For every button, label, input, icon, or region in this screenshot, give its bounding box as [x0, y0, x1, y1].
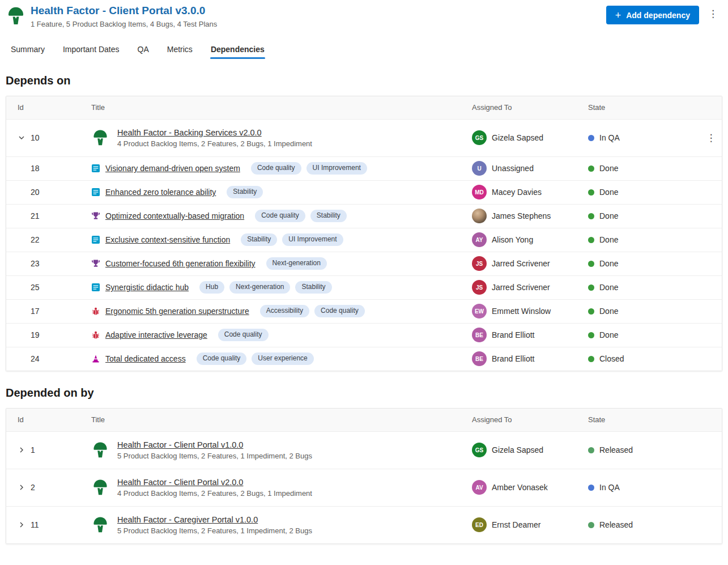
chevron-spacer	[18, 307, 25, 315]
assignee-name: Ernst Deamer	[492, 520, 540, 529]
work-item-link[interactable]: Visionary demand-driven open system	[105, 164, 240, 173]
row-id: 11	[31, 520, 39, 529]
dependency-row[interactable]: 21 Optimized contextually-based migratio…	[6, 204, 722, 228]
work-item-link[interactable]: Enhanced zero tolerance ability	[105, 188, 216, 197]
collapse-chevron-icon[interactable]	[18, 134, 25, 142]
row-actions-icon[interactable]: ⋮	[706, 133, 716, 143]
dependency-row[interactable]: 1 Health Factor - Client Portal v1.0.0 5…	[6, 431, 722, 469]
health-factor-icon	[6, 6, 26, 26]
state-dot	[588, 308, 594, 315]
work-item-summary: 4 Product Backlog Items, 2 Features, 2 B…	[117, 139, 312, 148]
assignee-name: Jarred Scrivener	[492, 283, 550, 292]
work-item-link[interactable]: Health Factor - Client Portal v2.0.0	[117, 478, 312, 487]
product-backlog-item-icon	[91, 164, 100, 173]
avatar: GS	[472, 443, 487, 457]
assignee-name: Brand Elliott	[492, 330, 534, 339]
dependency-row[interactable]: 11 Health Factor - Caregiver Portal v1.0…	[6, 506, 722, 543]
column-header-assigned-to: Assigned To	[472, 103, 588, 112]
tab-summary[interactable]: Summary	[10, 42, 45, 59]
more-actions-icon[interactable]: ⋮	[708, 9, 718, 19]
tab-bar: SummaryImportant DatesQAMetricsDependenc…	[0, 42, 728, 59]
expand-chevron-icon[interactable]	[18, 483, 25, 491]
row-id: 2	[31, 483, 35, 492]
health-factor-icon	[91, 516, 109, 534]
row-id: 24	[31, 354, 40, 363]
work-item-link[interactable]: Health Factor - Caregiver Portal v1.0.0	[117, 515, 312, 524]
work-item-summary: 5 Product Backlog Items, 2 Features, 1 I…	[117, 526, 312, 535]
work-item-header: Health Factor - Client Portal v3.0.0 1 F…	[0, 0, 728, 28]
work-item-link[interactable]: Total dedicated access	[105, 354, 186, 363]
work-item-link[interactable]: Synergistic didactic hub	[105, 283, 189, 292]
tab-important-dates[interactable]: Important Dates	[62, 42, 120, 59]
dependency-row[interactable]: 10 Health Factor - Backing Services v2.0…	[6, 119, 722, 156]
state-dot	[588, 237, 594, 243]
work-item-link[interactable]: Health Factor - Backing Services v2.0.0	[117, 128, 312, 137]
dependency-row[interactable]: 24 Total dedicated accessCode qualityUse…	[6, 347, 722, 371]
chevron-spacer	[18, 260, 25, 267]
state-dot	[588, 261, 594, 267]
tag-chip: UI Improvement	[282, 233, 343, 246]
column-header-state: State	[588, 415, 700, 424]
row-id: 20	[31, 188, 40, 197]
add-dependency-button[interactable]: + Add dependency	[606, 6, 699, 24]
health-factor-icon	[91, 129, 109, 147]
dependency-row[interactable]: 22 Exclusive context-sensitive functionS…	[6, 228, 722, 252]
dependency-row[interactable]: 2 Health Factor - Client Portal v2.0.0 4…	[6, 469, 722, 506]
health-factor-icon	[91, 478, 109, 496]
tab-dependencies[interactable]: Dependencies	[210, 42, 265, 59]
chevron-spacer	[18, 188, 25, 196]
state-dot	[588, 165, 594, 172]
assignee-name: Unassigned	[492, 164, 534, 173]
state-dot	[588, 135, 594, 141]
work-item-summary: 5 Product Backlog Items, 2 Features, 1 I…	[117, 452, 312, 460]
tag-list: Code quality	[218, 329, 269, 341]
row-id: 19	[31, 330, 40, 339]
dependency-row[interactable]: 18 Visionary demand-driven open systemCo…	[6, 156, 722, 180]
assignee-name: Emmett Winslow	[492, 307, 551, 316]
work-item-link[interactable]: Adaptive interactive leverage	[105, 330, 207, 339]
tag-list: Stability	[227, 186, 263, 198]
dependency-row[interactable]: 25 Synergistic didactic hubHubNext-gener…	[6, 275, 722, 299]
product-backlog-item-icon	[91, 188, 100, 197]
avatar: BE	[472, 328, 487, 342]
assignee-name: Alison Yong	[492, 235, 533, 244]
avatar: ED	[472, 517, 487, 532]
assignee-name: Amber Vonasek	[492, 483, 548, 492]
work-item-link[interactable]: Customer-focused 6th generation flexibil…	[105, 259, 256, 268]
state-label: Done	[599, 164, 618, 173]
tab-metrics[interactable]: Metrics	[167, 42, 193, 59]
tag-list: Code qualityUser experience	[197, 352, 314, 365]
state-label: Released	[599, 520, 633, 529]
expand-chevron-icon[interactable]	[18, 446, 25, 454]
state-dot	[588, 522, 594, 528]
dependency-row[interactable]: 19 Adaptive interactive leverageCode qua…	[6, 323, 722, 347]
dependency-row[interactable]: 23 Customer-focused 6th generation flexi…	[6, 252, 722, 275]
depends-on-section: Depends on Id Title Assigned To State 10…	[0, 74, 728, 371]
state-label: Released	[599, 445, 633, 454]
tag-chip: UI Improvement	[306, 162, 367, 175]
tag-chip: Stability	[227, 186, 263, 198]
table-header-row: Id Title Assigned To State	[6, 96, 722, 119]
expand-chevron-icon[interactable]	[18, 521, 25, 529]
dependency-row[interactable]: 20 Enhanced zero tolerance abilityStabil…	[6, 180, 722, 204]
state-dot	[588, 284, 594, 291]
tag-chip: Stability	[241, 233, 277, 246]
tag-chip: Code quality	[197, 352, 247, 365]
state-dot	[588, 213, 594, 219]
state-label: Done	[599, 211, 618, 220]
tag-list: Code qualityStability	[255, 210, 347, 222]
work-item-link[interactable]: Health Factor - Client Portal v1.0.0	[117, 440, 312, 449]
dependency-row[interactable]: 17 Ergonomic 5th generation superstructu…	[6, 299, 722, 323]
row-id: 18	[31, 164, 40, 173]
add-dependency-label: Add dependency	[626, 11, 690, 20]
state-label: Done	[599, 283, 618, 292]
assignee-name: Brand Elliott	[492, 354, 534, 363]
work-item-link[interactable]: Ergonomic 5th generation superstructure	[105, 307, 249, 316]
work-item-link[interactable]: Optimized contextually-based migration	[105, 211, 244, 220]
row-id: 23	[31, 259, 40, 268]
tab-qa[interactable]: QA	[137, 42, 150, 59]
row-id: 10	[31, 133, 40, 142]
plus-icon: +	[615, 10, 621, 20]
state-label: Done	[599, 235, 618, 244]
work-item-link[interactable]: Exclusive context-sensitive function	[105, 235, 230, 244]
